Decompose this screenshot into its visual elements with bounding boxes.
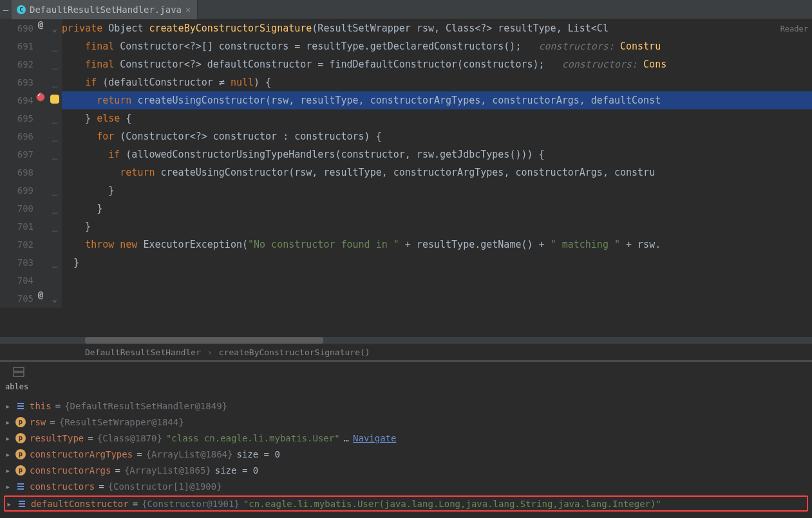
line-number[interactable]: 697 [0, 145, 33, 163]
breadcrumb-class[interactable]: DefaultResultSetHandler [85, 347, 201, 357]
gutter-mark[interactable]: @ [33, 19, 48, 37]
code-line[interactable]: final Constructor<?>[] constructors = re… [62, 37, 812, 55]
horizontal-scrollbar-thumb[interactable] [85, 337, 323, 344]
code-line[interactable]: throw new ExecutorException("No construc… [62, 236, 812, 254]
gutter-mark[interactable] [33, 163, 48, 181]
line-number[interactable]: 690 [0, 19, 33, 37]
line-number[interactable]: 695 [0, 109, 33, 127]
code-line[interactable]: return createUsingConstructor(rsw, resul… [62, 163, 812, 181]
equals-label: = [115, 465, 120, 476]
gutter-mark[interactable] [33, 236, 48, 254]
variable-row[interactable]: ▸defaultConstructor = {Constructor@1901}… [4, 495, 808, 512]
tabbar-grip-icon[interactable]: — [0, 0, 12, 19]
code-line[interactable]: for (Constructor<?> constructor : constr… [62, 127, 812, 145]
variable-row[interactable]: ▸pconstructorArgs = {ArrayList@1865} siz… [0, 462, 812, 478]
gutter-mark[interactable] [33, 181, 48, 199]
expand-arrow-icon[interactable]: ▸ [5, 433, 12, 443]
expand-arrow-icon[interactable]: ▸ [5, 417, 12, 427]
code-line[interactable]: return createUsingConstructor(rsw, resul… [62, 91, 812, 109]
fold-gutter[interactable]: ⎯ [48, 55, 62, 73]
fold-gutter[interactable]: ⎯ [48, 73, 62, 91]
horizontal-scrollbar[interactable] [0, 337, 812, 344]
fold-gutter[interactable]: ⎯ [48, 37, 62, 55]
variable-row[interactable]: ▸this = {DefaultResultSetHandler@1849} [0, 398, 812, 414]
override-annotation-icon[interactable]: @ [38, 19, 43, 30]
fold-gutter[interactable] [48, 236, 62, 254]
line-number[interactable]: 699 [0, 181, 33, 199]
line-number[interactable]: 692 [0, 55, 33, 73]
expand-arrow-icon[interactable]: ▸ [5, 465, 12, 476]
gutter-mark[interactable] [33, 217, 48, 236]
line-number[interactable]: 704 [0, 272, 33, 290]
code-line[interactable]: } else { [62, 109, 812, 127]
editor-tab[interactable]: C DefaultResultSetHandler.java × [12, 0, 198, 19]
variable-row[interactable]: ▸presultType = {Class@1870} "class cn.ea… [0, 430, 812, 446]
breadcrumb-bar[interactable]: DefaultResultSetHandler › createByConstr… [0, 344, 812, 360]
fold-gutter[interactable]: ⎯ [48, 127, 62, 145]
code-viewport[interactable]: 690@⌄private Object createByConstructorS… [0, 19, 812, 337]
variables-tab-label[interactable]: ables [0, 382, 812, 395]
close-tab-icon[interactable]: × [185, 5, 191, 15]
code-line[interactable]: private Object createByConstructorSignat… [62, 19, 812, 37]
code-line[interactable]: if (defaultConstructor ≠ null) { [62, 73, 812, 91]
variable-type: {Constructor[1]@1900} [108, 481, 222, 492]
breadcrumb-method[interactable]: createByConstructorSignature() [219, 347, 370, 357]
variables-tree[interactable]: ▸this = {DefaultResultSetHandler@1849}▸p… [0, 395, 812, 518]
line-number[interactable]: 698 [0, 163, 33, 181]
code-line[interactable]: if (allowedConstructorUsingTypeHandlers(… [62, 145, 812, 163]
gutter-mark[interactable] [33, 109, 48, 127]
fold-gutter[interactable] [48, 272, 62, 290]
gutter-mark[interactable] [33, 55, 48, 73]
fold-gutter[interactable]: ⎯ [48, 181, 62, 199]
code-line[interactable]: } [62, 199, 812, 217]
expand-arrow-icon[interactable]: ▸ [6, 499, 13, 509]
fold-gutter[interactable]: ⎯ [48, 217, 62, 236]
fold-gutter[interactable] [48, 163, 62, 181]
code-line[interactable]: final Constructor<?> defaultConstructor … [62, 55, 812, 73]
debug-layout-icon[interactable] [13, 366, 24, 378]
gutter-mark[interactable] [33, 199, 48, 217]
code-line[interactable] [62, 290, 812, 308]
gutter-mark[interactable] [33, 272, 48, 290]
variable-name: constructorArgTypes [30, 449, 133, 459]
code-line[interactable] [62, 272, 812, 290]
line-number[interactable]: 700 [0, 199, 33, 217]
expand-arrow-icon[interactable]: ▸ [5, 449, 12, 459]
gutter-mark[interactable] [33, 91, 48, 109]
variable-row[interactable]: ▸prsw = {ResultSetWrapper@1844} [0, 414, 812, 430]
gutter-mark[interactable] [33, 37, 48, 55]
gutter-mark[interactable] [33, 254, 48, 272]
line-number[interactable]: 701 [0, 217, 33, 236]
fold-gutter[interactable] [48, 91, 62, 109]
line-number[interactable]: 702 [0, 236, 33, 254]
line-number[interactable]: 691 [0, 37, 33, 55]
fold-gutter[interactable]: ⎯ [48, 109, 62, 127]
fold-gutter[interactable]: ⎯ [48, 254, 62, 272]
gutter-mark[interactable] [33, 127, 48, 145]
variable-row[interactable]: ▸pconstructorArgTypes = {ArrayList@1864}… [0, 446, 812, 462]
navigate-link[interactable]: Navigate [353, 433, 396, 443]
fold-gutter[interactable]: ⎯ [48, 199, 62, 217]
code-line[interactable]: } [62, 254, 812, 272]
fold-gutter[interactable]: ⎯ [48, 145, 62, 163]
fold-gutter[interactable]: ⌄ [48, 290, 62, 308]
fold-toggle-icon[interactable]: ⌄ [52, 23, 57, 33]
line-number[interactable]: 694 [0, 91, 33, 109]
variable-row[interactable]: ▸constructors = {Constructor[1]@1900} [0, 478, 812, 494]
gutter-mark[interactable] [33, 73, 48, 91]
fold-toggle-icon[interactable]: ⌄ [52, 293, 57, 304]
expand-arrow-icon[interactable]: ▸ [5, 481, 12, 492]
expand-arrow-icon[interactable]: ▸ [5, 401, 12, 411]
line-number[interactable]: 693 [0, 73, 33, 91]
gutter-mark[interactable]: @ [33, 290, 48, 308]
gutter-mark[interactable] [33, 145, 48, 163]
code-line[interactable]: } [62, 217, 812, 236]
override-annotation-icon[interactable]: @ [38, 290, 43, 300]
line-number[interactable]: 705 [0, 290, 33, 308]
code-line[interactable]: } [62, 181, 812, 199]
fold-gutter[interactable]: ⌄ [48, 19, 62, 37]
line-number[interactable]: 703 [0, 254, 33, 272]
intention-bulb-icon[interactable] [50, 95, 59, 104]
line-number[interactable]: 696 [0, 127, 33, 145]
breakpoint-icon[interactable] [37, 93, 44, 101]
